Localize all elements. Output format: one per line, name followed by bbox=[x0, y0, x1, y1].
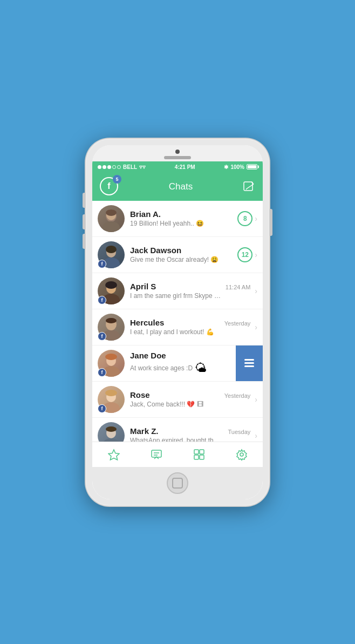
avatar-container-jane: f bbox=[98, 350, 125, 377]
chat-item-mark[interactable]: Mark Z. Tuesday WhatsApp expired, bought… bbox=[92, 418, 263, 442]
svg-point-13 bbox=[105, 281, 117, 289]
chat-content-rose: Rose Yesterday Jack, Come back!!! 💔 🎞 bbox=[130, 390, 250, 408]
chat-content-hercules: Hercules Yesterday I eat, I play and I w… bbox=[130, 318, 250, 336]
swipe-bar-3 bbox=[244, 365, 254, 367]
svg-point-10 bbox=[106, 246, 117, 253]
home-button-inner bbox=[172, 478, 183, 489]
chat-name-brian: Brian A. bbox=[130, 209, 161, 219]
avatar-container-hercules: f bbox=[98, 314, 125, 341]
compose-button[interactable] bbox=[242, 180, 255, 193]
chat-top-row-rose: Rose Yesterday bbox=[130, 390, 250, 399]
signal-dots bbox=[98, 165, 121, 169]
chat-time-mark: Tuesday bbox=[228, 429, 251, 435]
chevron-april: › bbox=[255, 287, 257, 295]
chat-name-rose: Rose bbox=[130, 390, 150, 399]
bluetooth-icon: ✱ bbox=[224, 164, 228, 170]
chat-content-april: April S 11:24 AM I am the same girl frm … bbox=[130, 282, 250, 300]
avatar-container-jack: f bbox=[98, 241, 125, 268]
chat-right-hercules: › bbox=[255, 323, 257, 331]
avatar-container-brian bbox=[98, 205, 125, 232]
tab-bar bbox=[92, 442, 263, 467]
tab-favorites[interactable] bbox=[103, 446, 125, 463]
chat-preview-jack: Give me the Oscar already! 😩 bbox=[130, 256, 222, 263]
chat-content-mark: Mark Z. Tuesday WhatsApp expired, bought… bbox=[130, 426, 250, 442]
fb-badge-april: f bbox=[98, 296, 106, 304]
home-button[interactable] bbox=[167, 472, 188, 494]
fb-badge-hercules: f bbox=[98, 332, 106, 341]
wifi-icon: ▿▿ bbox=[139, 164, 146, 171]
clock-display: 4:21 PM bbox=[175, 164, 195, 170]
unread-badge-jack: 12 bbox=[237, 247, 252, 262]
svg-point-19 bbox=[105, 354, 117, 360]
svg-point-37 bbox=[240, 453, 243, 456]
facebook-button[interactable]: f 5 bbox=[100, 177, 119, 196]
carrier-name: BELL bbox=[123, 164, 137, 170]
chat-top-row-jack: Jack Dawson bbox=[130, 246, 233, 255]
swipe-bars bbox=[244, 359, 254, 367]
chat-top-row-hercules: Hercules Yesterday bbox=[130, 318, 250, 327]
chat-item-brian[interactable]: Brian A. 19 Billion! Hell yeahh.. 😆 8 › bbox=[92, 201, 263, 237]
battery-percentage: 100% bbox=[230, 164, 244, 170]
tab-settings[interactable] bbox=[231, 446, 252, 463]
signal-dot-1 bbox=[98, 165, 101, 169]
tab-chats[interactable] bbox=[146, 446, 167, 463]
chat-preview-brian: 19 Billion! Hell yeahh.. 😆 bbox=[130, 220, 222, 227]
chat-time-hercules: Yesterday bbox=[224, 320, 251, 327]
unread-badge-brian: 8 bbox=[237, 211, 252, 226]
chat-item-rose[interactable]: f Rose Yesterday Jack, Come back!!! 💔 🎞 … bbox=[92, 382, 263, 418]
chat-item-hercules[interactable]: f Hercules Yesterday I eat, I play and I… bbox=[92, 309, 263, 345]
chat-right-rose: › bbox=[255, 395, 257, 404]
svg-rect-36 bbox=[200, 455, 204, 459]
phone-bottom-bar bbox=[92, 467, 263, 499]
avatar-container-mark bbox=[98, 422, 125, 442]
notification-badge: 5 bbox=[113, 175, 121, 184]
tab-groups[interactable] bbox=[188, 446, 210, 463]
chat-item-april[interactable]: f April S 11:24 AM I am the same girl fr… bbox=[92, 273, 263, 309]
chat-item-jane[interactable]: f Jane Doe Yesterday At work since ages … bbox=[92, 345, 263, 382]
battery-fill bbox=[248, 165, 256, 168]
chat-preview-mark: WhatsApp expired, bought the company bbox=[130, 437, 222, 442]
avatar-container-rose: f bbox=[98, 386, 125, 413]
chat-preview-rose: Jack, Come back!!! 💔 🎞 bbox=[130, 401, 222, 408]
status-left: BELL ▿▿ bbox=[98, 164, 146, 171]
status-bar: BELL ▿▿ 4:21 PM ✱ 100% bbox=[92, 161, 263, 173]
chevron-brian: › bbox=[255, 214, 257, 223]
svg-marker-29 bbox=[108, 450, 119, 460]
chevron-jack: › bbox=[255, 250, 257, 259]
chevron-mark: › bbox=[255, 431, 257, 440]
svg-point-23 bbox=[103, 438, 120, 442]
svg-point-5 bbox=[103, 221, 120, 232]
chat-name-jane: Jane Doe bbox=[130, 351, 166, 360]
chat-item-jack[interactable]: f Jack Dawson Give me the Oscar already!… bbox=[92, 237, 263, 273]
chat-content-brian: Brian A. 19 Billion! Hell yeahh.. 😆 bbox=[130, 209, 233, 227]
svg-point-7 bbox=[106, 209, 117, 216]
signal-dot-5 bbox=[117, 165, 121, 169]
header-title: Chats bbox=[169, 181, 193, 192]
chat-time-april: 11:24 AM bbox=[226, 284, 250, 290]
chat-name-jack: Jack Dawson bbox=[130, 246, 181, 255]
chat-name-hercules: Hercules bbox=[130, 318, 164, 327]
sun-emoji-jane: 🌤 bbox=[195, 361, 207, 375]
fb-badge-jack: f bbox=[98, 260, 106, 268]
chat-top-row-mark: Mark Z. Tuesday bbox=[130, 426, 250, 436]
chat-content-jack: Jack Dawson Give me the Oscar already! 😩 bbox=[130, 246, 233, 263]
fb-badge-rose: f bbox=[98, 404, 106, 413]
phone-shell: BELL ▿▿ 4:21 PM ✱ 100% f 5 Chats bbox=[86, 139, 269, 506]
chat-preview-april: I am the same girl frm Skype redesign! bbox=[130, 292, 222, 300]
svg-rect-0 bbox=[244, 182, 252, 191]
svg-point-25 bbox=[106, 426, 117, 432]
chat-time-rose: Yesterday bbox=[224, 392, 251, 399]
swipe-action-jane[interactable] bbox=[236, 345, 263, 381]
earpiece-speaker bbox=[164, 156, 191, 159]
signal-dot-2 bbox=[103, 165, 106, 169]
swipe-bar-1 bbox=[244, 359, 254, 361]
chat-top-row-brian: Brian A. bbox=[130, 209, 233, 219]
chat-list: Brian A. 19 Billion! Hell yeahh.. 😆 8 › bbox=[92, 201, 263, 442]
app-header: f 5 Chats bbox=[92, 173, 263, 201]
svg-rect-34 bbox=[200, 450, 204, 454]
phone-top-bar bbox=[92, 145, 263, 161]
phone-screen: BELL ▿▿ 4:21 PM ✱ 100% f 5 Chats bbox=[92, 145, 263, 499]
chat-right-april: › bbox=[255, 287, 257, 295]
svg-point-22 bbox=[105, 390, 117, 396]
chat-right-brian: 8 › bbox=[237, 211, 257, 226]
